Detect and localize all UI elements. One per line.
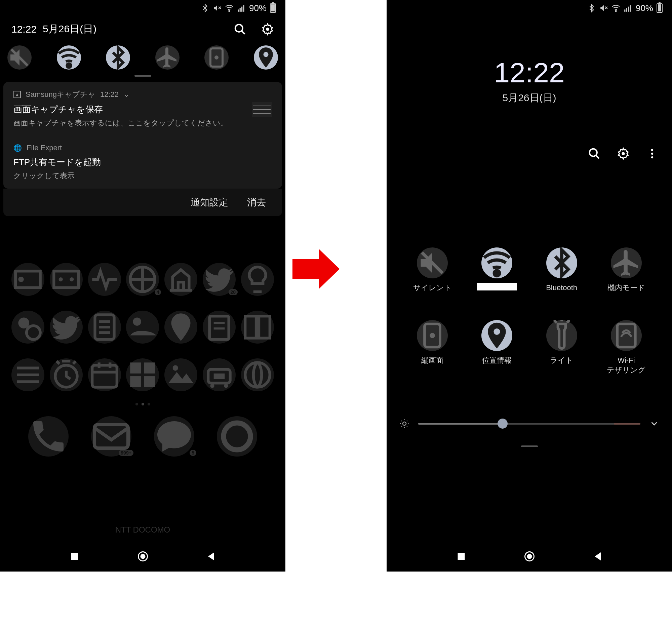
svg-rect-6	[243, 5, 244, 12]
badge-4: 4	[154, 289, 161, 295]
app-icon[interactable]	[11, 358, 44, 391]
badge-5: 5	[190, 450, 196, 456]
battery-percent: 90%	[249, 3, 267, 14]
app-icon[interactable]	[164, 358, 197, 391]
app-icon[interactable]	[50, 358, 83, 391]
recents-button[interactable]	[455, 550, 467, 562]
carrier-label: NTT DOCOMO	[0, 525, 285, 534]
svg-point-55	[141, 554, 145, 558]
svg-rect-59	[624, 9, 625, 12]
app-icon[interactable]	[50, 263, 83, 296]
svg-rect-4	[240, 8, 241, 12]
notification-settings-button[interactable]: 通知設定	[191, 196, 228, 209]
qs-airplane[interactable]	[155, 45, 179, 70]
app-icon[interactable]	[126, 311, 159, 344]
app-icon[interactable]	[241, 358, 274, 391]
panel-handle[interactable]	[135, 75, 151, 77]
svg-rect-62	[630, 5, 631, 12]
panel-header: 12:22 5月26日(日)	[0, 16, 285, 42]
signal-icon	[237, 4, 246, 13]
qs-label: サイレント	[413, 283, 452, 300]
app-icon[interactable]	[241, 263, 274, 296]
svg-point-73	[494, 329, 500, 335]
app-icon[interactable]	[11, 311, 44, 344]
app-icon[interactable]	[164, 263, 197, 296]
more-icon[interactable]	[646, 147, 658, 160]
app-icon[interactable]	[126, 358, 159, 391]
qs-silent[interactable]	[7, 45, 31, 70]
app-icon[interactable]	[164, 311, 197, 344]
navigation-bar	[0, 541, 285, 572]
panel-handle[interactable]	[521, 445, 538, 447]
app-icon[interactable]	[203, 358, 236, 391]
home-button[interactable]	[523, 550, 535, 562]
mail-app[interactable]: 999+	[91, 416, 131, 457]
svg-point-68	[651, 156, 653, 158]
back-button[interactable]	[205, 550, 217, 562]
battery-percent: 90%	[636, 3, 653, 14]
badge-999: 999+	[119, 450, 134, 456]
expand-icon[interactable]: ⌄	[123, 90, 129, 99]
quick-settings-row	[0, 42, 285, 73]
qs-label-wifi	[477, 283, 517, 300]
notification-file-expert[interactable]: 🌐 File Expert FTP共有モードを起動 クリックして表示	[3, 136, 282, 189]
messages-app[interactable]: 5	[154, 416, 194, 457]
svg-point-58	[615, 10, 616, 11]
svg-line-85	[401, 426, 402, 427]
phone-app[interactable]	[28, 416, 69, 457]
qs-flashlight[interactable]	[546, 320, 577, 351]
app-icon[interactable]: 20	[203, 263, 236, 296]
notification-samsung-capture[interactable]: ▲ Samsungキャプチャ 12:22 ⌄ 画面キャプチャを保存 画面キャプチ…	[3, 82, 282, 136]
app-icon[interactable]	[203, 311, 236, 344]
recents-button[interactable]	[69, 550, 81, 562]
app-icon[interactable]	[88, 263, 121, 296]
app-icon[interactable]: 4	[126, 263, 159, 296]
back-button[interactable]	[592, 550, 604, 562]
svg-rect-44	[144, 376, 155, 387]
qs-wifi[interactable]	[57, 45, 81, 70]
home-button[interactable]	[137, 550, 149, 562]
app-icon[interactable]	[11, 263, 44, 296]
search-icon[interactable]	[588, 147, 601, 160]
qs-rotation[interactable]	[417, 320, 448, 351]
qs-rotation[interactable]	[205, 45, 229, 70]
qs-silent[interactable]	[417, 247, 448, 279]
settings-icon[interactable]	[261, 23, 274, 35]
panel-time: 12:22	[11, 24, 37, 35]
bluetooth-icon	[201, 4, 210, 13]
svg-line-76	[567, 320, 570, 323]
qs-location[interactable]	[254, 45, 278, 70]
qs-bluetooth[interactable]	[546, 247, 577, 279]
app-icon[interactable]	[50, 311, 83, 344]
app-icon[interactable]	[88, 358, 121, 391]
browser-app[interactable]	[217, 416, 257, 457]
qs-location[interactable]	[481, 320, 512, 351]
page-indicator	[0, 403, 285, 406]
brightness-icon	[399, 418, 409, 429]
svg-point-78	[403, 422, 406, 425]
expand-brightness-icon[interactable]	[649, 418, 659, 429]
globe-icon: 🌐	[14, 144, 22, 152]
brightness-slider[interactable]	[418, 423, 641, 425]
qs-label: Bluetooth	[546, 283, 577, 300]
notif-title: 画面キャプチャを保存	[14, 103, 272, 115]
qs-tethering[interactable]	[611, 320, 642, 351]
qs-label: 位置情報	[482, 356, 512, 372]
search-icon[interactable]	[234, 23, 246, 35]
svg-rect-43	[130, 376, 142, 387]
app-icon[interactable]	[88, 311, 121, 344]
svg-rect-37	[92, 365, 117, 387]
clear-all-button[interactable]: 消去	[247, 196, 266, 209]
clock-time: 12:22	[387, 56, 672, 89]
svg-line-75	[554, 320, 557, 323]
app-icon[interactable]	[241, 311, 274, 344]
settings-icon[interactable]	[617, 147, 630, 160]
mute-icon	[599, 4, 608, 13]
qs-wifi[interactable]	[481, 247, 512, 279]
brightness-slider-row	[387, 408, 672, 439]
qs-bluetooth[interactable]	[106, 45, 130, 70]
image-icon: ▲	[14, 91, 21, 98]
qs-airplane[interactable]	[611, 247, 642, 279]
svg-rect-5	[241, 7, 242, 12]
navigation-bar	[387, 541, 672, 572]
